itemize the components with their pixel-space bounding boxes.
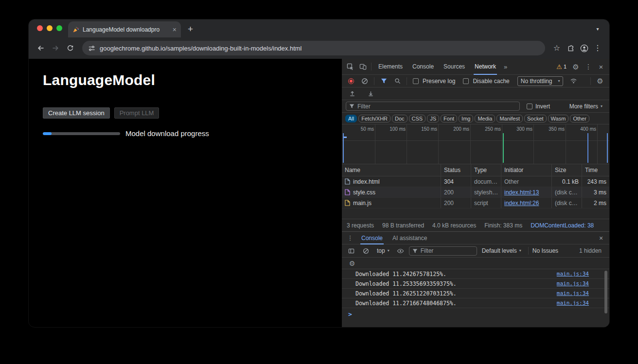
reload-button[interactable] <box>63 41 77 55</box>
invert-checkbox[interactable] <box>527 104 532 109</box>
console-message[interactable]: Downloaded 11.27166748046875%. main.js:3… <box>342 298 609 308</box>
table-row[interactable]: style.css 200 stylesh… index.html:13 (di… <box>342 187 609 198</box>
message-source-link[interactable]: main.js:34 <box>557 290 589 296</box>
tab-close-icon[interactable]: × <box>173 26 177 33</box>
issues-warning-badge[interactable]: ⚠ 1 <box>553 64 569 70</box>
console-filter-input[interactable]: Filter <box>409 246 477 256</box>
throttling-select[interactable]: No throttling ▾ <box>517 76 564 86</box>
import-har-icon[interactable] <box>346 87 358 100</box>
request-initiator: Other <box>501 176 552 187</box>
preserve-log-checkbox[interactable] <box>413 78 419 84</box>
network-settings-icon[interactable]: ⚙ <box>594 75 606 87</box>
extensions-icon[interactable] <box>564 41 577 55</box>
request-bar <box>344 137 347 138</box>
table-row[interactable]: index.html 304 docum… Other 0.1 kB 243 m… <box>342 176 609 187</box>
chip-fetch-xhr[interactable]: Fetch/XHR <box>358 115 390 122</box>
tab-search-icon[interactable]: ▾ <box>593 25 602 34</box>
tab-network[interactable]: Network <box>470 59 501 74</box>
chip-img[interactable]: Img <box>459 115 473 122</box>
device-toolbar-icon[interactable] <box>356 60 369 73</box>
filter-toggle-icon[interactable] <box>377 75 390 87</box>
export-har-icon[interactable] <box>364 87 377 100</box>
minimize-window-button[interactable] <box>47 25 53 31</box>
chip-css[interactable]: CSS <box>409 115 426 122</box>
chip-wasm[interactable]: Wasm <box>548 115 569 122</box>
drawer-close-icon[interactable]: × <box>595 232 607 244</box>
console-message[interactable]: Downloaded 11.25335693359375%. main.js:3… <box>342 279 609 289</box>
new-tab-button[interactable]: + <box>188 24 193 34</box>
chip-font[interactable]: Font <box>441 115 457 122</box>
clear-network-log-icon[interactable] <box>358 75 371 87</box>
log-levels-select[interactable]: Default levels ▾ <box>479 247 524 254</box>
create-llm-session-button[interactable]: Create LLM session <box>43 107 110 119</box>
console-message[interactable]: Downloaded 11.26251220703125%. main.js:3… <box>342 289 609 298</box>
network-conditions-icon[interactable] <box>567 75 580 87</box>
column-time[interactable]: Time <box>582 164 609 176</box>
devtools-close-icon[interactable]: × <box>595 60 607 73</box>
address-bar[interactable]: googlechrome.github.io/samples/downloadi… <box>82 41 545 55</box>
chip-socket[interactable]: Socket <box>524 115 547 122</box>
request-type: docum… <box>471 176 501 187</box>
browser-tab[interactable]: LanguageModel downloadpro × <box>68 21 181 37</box>
drawer-menu-icon[interactable]: ⋮ <box>344 232 356 244</box>
initiator-link[interactable]: index.html:26 <box>504 200 539 207</box>
search-icon[interactable] <box>391 75 404 87</box>
initiator-link[interactable]: index.html:13 <box>504 189 539 196</box>
clear-console-icon[interactable] <box>359 244 372 257</box>
network-overview-timeline[interactable]: 50 ms 100 ms 150 ms 200 ms 250 ms 300 ms… <box>342 124 609 164</box>
requests-count: 3 requests <box>347 222 374 229</box>
more-filters-button[interactable]: More filters ▾ <box>569 103 605 110</box>
bookmark-star-icon[interactable]: ☆ <box>550 41 564 55</box>
console-sidebar-icon[interactable] <box>345 244 357 257</box>
document-file-icon <box>345 178 350 185</box>
browser-menu-icon[interactable]: ⋮ <box>591 41 604 55</box>
tab-sources[interactable]: Sources <box>439 59 470 74</box>
chip-media[interactable]: Media <box>475 115 495 122</box>
chip-doc[interactable]: Doc <box>392 115 408 122</box>
fullscreen-window-button[interactable] <box>56 25 62 31</box>
devtools-menu-icon[interactable]: ⋮ <box>582 60 595 73</box>
no-issues-label[interactable]: No Issues <box>532 247 558 254</box>
console-scrollbar[interactable] <box>604 271 607 313</box>
column-name[interactable]: Name <box>342 164 441 176</box>
request-status: 304 <box>441 176 471 187</box>
browser-window: LanguageModel downloadpro × + ▾ googlech… <box>29 19 609 327</box>
site-settings-icon[interactable] <box>88 45 95 52</box>
timeline-tick: 300 ms <box>511 126 532 132</box>
chip-js[interactable]: JS <box>427 115 439 122</box>
console-prompt[interactable]: > <box>342 308 609 320</box>
disable-cache-checkbox[interactable] <box>463 78 469 84</box>
forward-button[interactable] <box>48 41 63 55</box>
console-message[interactable]: Downloaded 11.24267578125%. main.js:34 <box>342 269 609 279</box>
drawer-tab-console[interactable]: Console <box>356 232 388 244</box>
chip-all[interactable]: All <box>345 115 357 122</box>
record-network-log-button[interactable] <box>348 78 354 84</box>
table-row[interactable]: main.js 200 script index.html:26 (disk c… <box>342 198 609 208</box>
console-context-select[interactable]: top ▾ <box>374 247 392 254</box>
tab-console[interactable]: Console <box>408 59 439 74</box>
more-panels-icon[interactable]: » <box>501 64 510 70</box>
message-source-link[interactable]: main.js:34 <box>557 300 589 306</box>
console-settings-gear-icon[interactable]: ⚙ <box>346 257 358 270</box>
network-filter-input[interactable]: Filter <box>346 102 520 111</box>
devtools-settings-icon[interactable]: ⚙ <box>569 60 582 73</box>
live-expression-eye-icon[interactable] <box>394 244 407 257</box>
close-window-button[interactable] <box>37 25 43 31</box>
column-size[interactable]: Size <box>552 164 582 176</box>
drawer-tab-ai-assistance[interactable]: AI assistance <box>388 232 432 244</box>
script-file-icon <box>345 200 350 206</box>
inspect-element-icon[interactable] <box>344 60 356 73</box>
column-status[interactable]: Status <box>441 164 471 176</box>
tab-elements[interactable]: Elements <box>373 59 408 74</box>
timeline-tick: 400 ms <box>575 126 596 132</box>
hidden-messages-count[interactable]: 1 hidden <box>579 247 606 254</box>
column-initiator[interactable]: Initiator <box>501 164 552 176</box>
chip-other[interactable]: Other <box>570 115 589 122</box>
chip-manifest[interactable]: Manifest <box>496 115 523 122</box>
back-button[interactable] <box>34 41 48 55</box>
timeline-tick: 150 ms <box>416 126 437 132</box>
column-type[interactable]: Type <box>471 164 501 176</box>
profile-avatar-icon[interactable] <box>577 41 591 55</box>
message-source-link[interactable]: main.js:34 <box>557 271 589 277</box>
message-source-link[interactable]: main.js:34 <box>557 280 589 287</box>
